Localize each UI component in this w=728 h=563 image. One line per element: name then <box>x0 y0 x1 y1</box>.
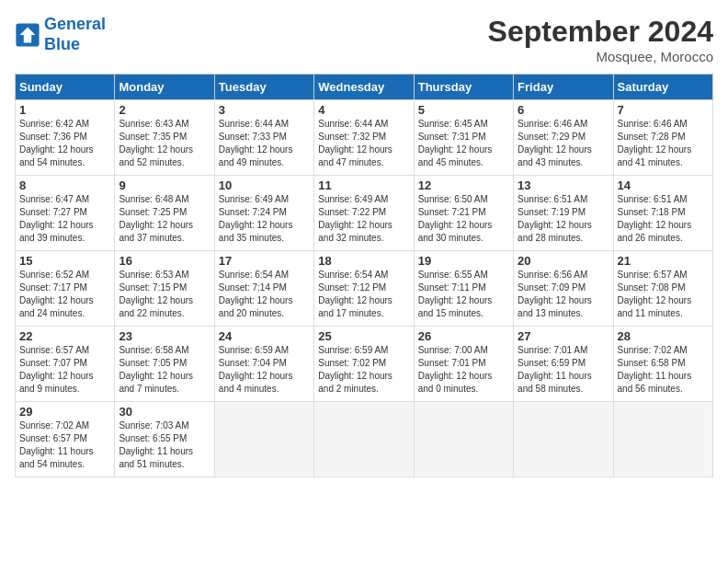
calendar-cell: 22 Sunrise: 6:57 AMSunset: 7:07 PMDaylig… <box>16 327 115 402</box>
header: General Blue September 2024 Mosquee, Mor… <box>15 15 713 64</box>
day-number: 3 <box>219 103 310 117</box>
day-number: 5 <box>418 103 509 117</box>
day-number: 27 <box>518 329 609 343</box>
day-number: 21 <box>618 254 709 268</box>
calendar-cell: 28 Sunrise: 7:02 AMSunset: 6:58 PMDaylig… <box>613 327 712 402</box>
calendar-cell: 8 Sunrise: 6:47 AMSunset: 7:27 PMDayligh… <box>16 176 115 251</box>
day-number: 22 <box>19 329 110 343</box>
day-number: 28 <box>618 329 709 343</box>
calendar-row: 8 Sunrise: 6:47 AMSunset: 7:27 PMDayligh… <box>16 176 713 251</box>
day-number: 14 <box>618 178 709 192</box>
calendar-cell: 7 Sunrise: 6:46 AMSunset: 7:28 PMDayligh… <box>613 100 712 176</box>
day-info: Sunrise: 6:42 AMSunset: 7:36 PMDaylight:… <box>19 118 110 169</box>
calendar-cell: 13 Sunrise: 6:51 AMSunset: 7:19 PMDaylig… <box>514 176 613 251</box>
day-number: 13 <box>518 178 609 192</box>
calendar-cell: 16 Sunrise: 6:53 AMSunset: 7:15 PMDaylig… <box>115 251 214 327</box>
day-info: Sunrise: 6:52 AMSunset: 7:17 PMDaylight:… <box>19 269 110 320</box>
day-number: 20 <box>518 254 609 268</box>
day-number: 7 <box>618 103 709 117</box>
day-info: Sunrise: 6:59 AMSunset: 7:04 PMDaylight:… <box>219 344 310 396</box>
day-number: 16 <box>119 254 210 268</box>
calendar-cell: 27 Sunrise: 7:01 AMSunset: 6:59 PMDaylig… <box>514 327 613 402</box>
day-number: 10 <box>219 178 310 192</box>
col-wednesday: Wednesday <box>314 75 414 100</box>
day-info: Sunrise: 6:44 AMSunset: 7:32 PMDaylight:… <box>318 118 409 169</box>
calendar-cell: 4 Sunrise: 6:44 AMSunset: 7:32 PMDayligh… <box>314 100 414 176</box>
day-info: Sunrise: 6:43 AMSunset: 7:35 PMDaylight:… <box>119 118 210 169</box>
day-info: Sunrise: 6:51 AMSunset: 7:19 PMDaylight:… <box>518 193 609 245</box>
calendar-cell: 12 Sunrise: 6:50 AMSunset: 7:21 PMDaylig… <box>414 176 513 251</box>
calendar-cell <box>613 402 712 477</box>
calendar-cell: 24 Sunrise: 6:59 AMSunset: 7:04 PMDaylig… <box>214 327 313 402</box>
day-number: 23 <box>119 329 210 343</box>
day-number: 30 <box>119 405 210 419</box>
logo-line2: Blue <box>44 35 80 53</box>
day-number: 19 <box>418 254 509 268</box>
calendar-cell: 15 Sunrise: 6:52 AMSunset: 7:17 PMDaylig… <box>16 251 115 327</box>
page-container: General Blue September 2024 Mosquee, Mor… <box>0 0 728 485</box>
day-info: Sunrise: 6:54 AMSunset: 7:12 PMDaylight:… <box>318 269 409 320</box>
day-number: 24 <box>219 329 310 343</box>
logo-line1: General <box>44 15 106 33</box>
calendar-cell: 17 Sunrise: 6:54 AMSunset: 7:14 PMDaylig… <box>214 251 313 327</box>
calendar-cell <box>314 402 414 477</box>
day-number: 12 <box>418 178 509 192</box>
day-info: Sunrise: 6:55 AMSunset: 7:11 PMDaylight:… <box>418 269 509 320</box>
calendar-cell: 26 Sunrise: 7:00 AMSunset: 7:01 PMDaylig… <box>414 327 513 402</box>
calendar-cell: 11 Sunrise: 6:49 AMSunset: 7:22 PMDaylig… <box>314 176 414 251</box>
day-info: Sunrise: 6:50 AMSunset: 7:21 PMDaylight:… <box>418 193 509 245</box>
day-info: Sunrise: 6:49 AMSunset: 7:24 PMDaylight:… <box>219 193 310 245</box>
day-info: Sunrise: 6:54 AMSunset: 7:14 PMDaylight:… <box>219 269 310 320</box>
calendar-table: Sunday Monday Tuesday Wednesday Thursday… <box>15 74 713 477</box>
day-number: 8 <box>19 178 110 192</box>
calendar-cell: 18 Sunrise: 6:54 AMSunset: 7:12 PMDaylig… <box>314 251 414 327</box>
month-title: September 2024 <box>488 15 713 49</box>
day-info: Sunrise: 6:59 AMSunset: 7:02 PMDaylight:… <box>318 344 409 396</box>
header-row: Sunday Monday Tuesday Wednesday Thursday… <box>16 75 713 100</box>
day-info: Sunrise: 7:02 AMSunset: 6:58 PMDaylight:… <box>618 344 709 396</box>
day-info: Sunrise: 6:46 AMSunset: 7:29 PMDaylight:… <box>518 118 609 169</box>
calendar-cell: 2 Sunrise: 6:43 AMSunset: 7:35 PMDayligh… <box>115 100 214 176</box>
title-block: September 2024 Mosquee, Morocco <box>488 15 713 64</box>
day-number: 18 <box>318 254 409 268</box>
calendar-cell: 3 Sunrise: 6:44 AMSunset: 7:33 PMDayligh… <box>214 100 313 176</box>
day-number: 26 <box>418 329 509 343</box>
calendar-cell: 30 Sunrise: 7:03 AMSunset: 6:55 PMDaylig… <box>115 402 214 477</box>
day-number: 4 <box>318 103 409 117</box>
day-info: Sunrise: 6:58 AMSunset: 7:05 PMDaylight:… <box>119 344 210 396</box>
calendar-row: 22 Sunrise: 6:57 AMSunset: 7:07 PMDaylig… <box>16 327 713 402</box>
day-info: Sunrise: 6:44 AMSunset: 7:33 PMDaylight:… <box>219 118 310 169</box>
calendar-cell: 1 Sunrise: 6:42 AMSunset: 7:36 PMDayligh… <box>16 100 115 176</box>
calendar-cell: 21 Sunrise: 6:57 AMSunset: 7:08 PMDaylig… <box>613 251 712 327</box>
day-number: 9 <box>119 178 210 192</box>
day-info: Sunrise: 6:53 AMSunset: 7:15 PMDaylight:… <box>119 269 210 320</box>
day-number: 29 <box>19 405 110 419</box>
day-number: 11 <box>318 178 409 192</box>
calendar-cell: 20 Sunrise: 6:56 AMSunset: 7:09 PMDaylig… <box>514 251 613 327</box>
calendar-cell <box>414 402 513 477</box>
col-monday: Monday <box>115 75 214 100</box>
calendar-cell: 5 Sunrise: 6:45 AMSunset: 7:31 PMDayligh… <box>414 100 513 176</box>
day-info: Sunrise: 6:51 AMSunset: 7:18 PMDaylight:… <box>618 193 709 245</box>
location: Mosquee, Morocco <box>488 49 713 64</box>
col-tuesday: Tuesday <box>214 75 313 100</box>
calendar-row: 29 Sunrise: 7:02 AMSunset: 6:57 PMDaylig… <box>16 402 713 477</box>
col-saturday: Saturday <box>613 75 712 100</box>
day-info: Sunrise: 7:02 AMSunset: 6:57 PMDaylight:… <box>19 419 110 471</box>
day-number: 1 <box>19 103 110 117</box>
calendar-cell: 14 Sunrise: 6:51 AMSunset: 7:18 PMDaylig… <box>613 176 712 251</box>
day-info: Sunrise: 6:49 AMSunset: 7:22 PMDaylight:… <box>318 193 409 245</box>
logo-text: General Blue <box>44 15 106 54</box>
day-info: Sunrise: 6:56 AMSunset: 7:09 PMDaylight:… <box>518 269 609 320</box>
col-sunday: Sunday <box>16 75 115 100</box>
logo-icon <box>15 22 40 48</box>
day-info: Sunrise: 7:01 AMSunset: 6:59 PMDaylight:… <box>518 344 609 396</box>
col-thursday: Thursday <box>414 75 513 100</box>
day-info: Sunrise: 7:00 AMSunset: 7:01 PMDaylight:… <box>418 344 509 396</box>
day-info: Sunrise: 6:45 AMSunset: 7:31 PMDaylight:… <box>418 118 509 169</box>
day-info: Sunrise: 6:57 AMSunset: 7:08 PMDaylight:… <box>618 269 709 320</box>
calendar-cell: 6 Sunrise: 6:46 AMSunset: 7:29 PMDayligh… <box>514 100 613 176</box>
calendar-cell: 25 Sunrise: 6:59 AMSunset: 7:02 PMDaylig… <box>314 327 414 402</box>
calendar-row: 1 Sunrise: 6:42 AMSunset: 7:36 PMDayligh… <box>16 100 713 176</box>
logo: General Blue <box>15 15 106 54</box>
